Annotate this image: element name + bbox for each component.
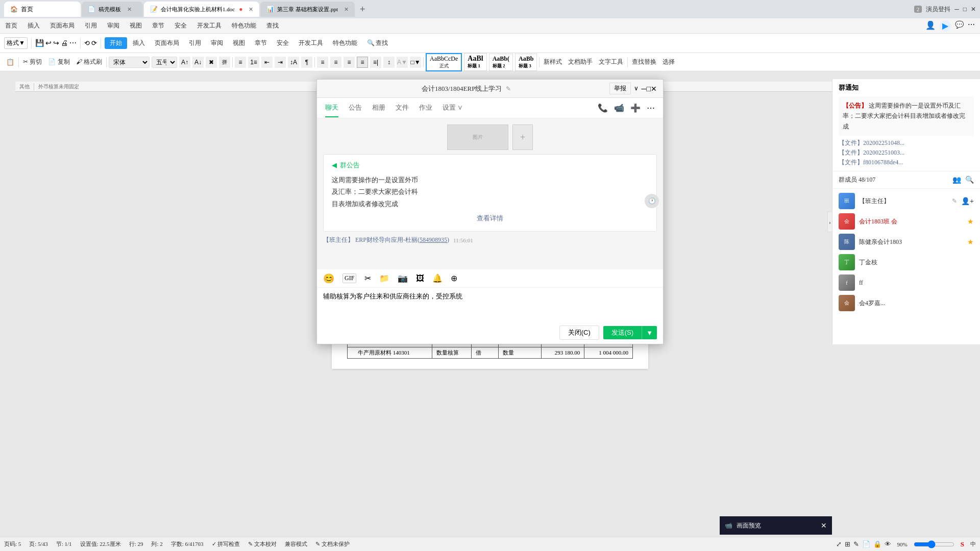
more-quick-icon[interactable]: ⋯: [69, 39, 77, 47]
chat-close-btn2[interactable]: ✕: [651, 85, 657, 93]
chat-nav-file[interactable]: 文件: [396, 99, 409, 117]
emoji-btn[interactable]: 😊: [323, 273, 334, 284]
file-item-2[interactable]: 【文件】202002251003...: [839, 148, 974, 157]
ribbon-insert-btn[interactable]: 插入: [129, 37, 149, 49]
num-list-btn[interactable]: 1≡: [248, 57, 259, 68]
ribbon-tab-layout[interactable]: 页面布局: [50, 21, 75, 30]
member-item[interactable]: 丁 丁金枝: [839, 254, 974, 270]
split-view-icon[interactable]: ⊞: [845, 540, 850, 548]
screenshot-icon[interactable]: 📷: [398, 273, 408, 283]
decrease-indent-btn[interactable]: ⇤: [261, 57, 273, 68]
new-tab-button[interactable]: +: [356, 4, 370, 15]
member-item[interactable]: 陈 陈健亲会计1803 ★: [839, 234, 974, 250]
tab-doc1[interactable]: 📝 会计电算化实验上机材料1.doc ● ✕: [144, 2, 259, 17]
align-center-btn[interactable]: ≡: [330, 57, 341, 68]
format-painter-btn[interactable]: 🖌 格式刷: [74, 57, 104, 67]
play-icon[interactable]: ▶: [940, 20, 951, 32]
ribbon-special-btn[interactable]: 特色功能: [329, 37, 361, 49]
chat-report-btn[interactable]: 举报: [609, 83, 631, 94]
ribbon-security-btn[interactable]: 安全: [273, 37, 293, 49]
align-left-btn[interactable]: ≡: [317, 57, 328, 68]
panel-toggle[interactable]: ›: [827, 212, 832, 232]
folder-icon[interactable]: 📁: [379, 273, 389, 283]
tab-doc1-close[interactable]: ✕: [249, 6, 253, 13]
gif-btn[interactable]: GIF: [342, 273, 356, 283]
style-heading2[interactable]: AaBb(标题 2: [489, 54, 513, 71]
show-hide-btn[interactable]: ¶: [301, 57, 312, 68]
chat-close-button[interactable]: 关闭(C): [559, 325, 599, 340]
ribbon-tab-insert[interactable]: 插入: [28, 21, 40, 30]
new-style-btn[interactable]: 新样式: [542, 57, 564, 67]
ribbon-tab-find[interactable]: 查找: [266, 21, 279, 30]
ribbon-view-btn[interactable]: 视图: [229, 37, 249, 49]
chat-nav-chat[interactable]: 聊天: [325, 99, 338, 117]
scissors-icon[interactable]: ✂: [364, 273, 371, 283]
find-replace-btn[interactable]: 查找替换: [630, 57, 658, 67]
status-compat[interactable]: 兼容模式: [285, 540, 307, 548]
style-heading1[interactable]: AaBl标题 1: [464, 53, 486, 71]
file-item-1[interactable]: 【文件】202002251048...: [839, 139, 974, 147]
chat-nav-album[interactable]: 相册: [372, 99, 385, 117]
text-tool-btn[interactable]: 文字工具: [597, 57, 625, 67]
style-heading3[interactable]: AaBb标题 3: [515, 54, 537, 71]
tab-template-close[interactable]: ✕: [127, 6, 132, 13]
undo2-icon[interactable]: ⟲: [84, 39, 90, 47]
font-increase-btn[interactable]: A↑: [179, 57, 190, 68]
save-icon[interactable]: 💾: [35, 39, 44, 47]
chat-send-dropdown[interactable]: ▼: [642, 326, 657, 339]
eye-icon[interactable]: 👁: [885, 540, 891, 548]
chat-more-icon[interactable]: ⋯: [647, 103, 655, 113]
status-spell[interactable]: ✓ 拼写检查: [212, 540, 240, 548]
redo2-icon[interactable]: ⟳: [91, 39, 97, 47]
doc-icon[interactable]: 📄: [862, 540, 870, 548]
browser-minimize[interactable]: ─: [954, 6, 959, 13]
tab-home[interactable]: 🏠 首页: [4, 2, 81, 17]
chat-image-add[interactable]: +: [512, 124, 533, 150]
sort-btn[interactable]: ↕A: [288, 57, 299, 68]
text-assistant-btn[interactable]: 文档助手: [566, 57, 595, 67]
increase-indent-btn[interactable]: ⇥: [275, 57, 286, 68]
ribbon-review-btn[interactable]: 审阅: [207, 37, 227, 49]
font-size-select[interactable]: 五号: [152, 57, 177, 68]
clear-format-btn[interactable]: ✖: [206, 57, 217, 68]
shading-btn[interactable]: A▼: [397, 57, 408, 68]
ribbon-tab-home[interactable]: 首页: [5, 21, 17, 30]
fullscreen-icon[interactable]: ⤢: [836, 540, 842, 548]
member-item[interactable]: f ff: [839, 274, 974, 291]
chat-phone-icon[interactable]: 📞: [598, 103, 608, 113]
file-item-3[interactable]: 【文件】f80106788de4...: [839, 158, 974, 167]
member-item[interactable]: 会 会4罗嘉...: [839, 295, 974, 311]
chat-nav-notice[interactable]: 公告: [349, 99, 362, 117]
print-icon[interactable]: 🖨: [61, 39, 68, 47]
ribbon-tab-devtools[interactable]: 开发工具: [197, 21, 222, 30]
ribbon-open-btn[interactable]: 开始: [105, 37, 127, 49]
style-normal[interactable]: AaBbCcDe正式: [426, 53, 462, 71]
member1-add-icon[interactable]: 👤+: [961, 197, 974, 206]
ribbon-find-btn[interactable]: 🔍查找: [363, 37, 392, 49]
ribbon-dev-btn[interactable]: 开发工具: [295, 37, 327, 49]
lock2-icon[interactable]: 🔒: [873, 540, 881, 548]
member-item[interactable]: 班 【班主任】 ✎ 👤+: [839, 193, 974, 209]
edit-icon[interactable]: ✎: [853, 540, 859, 548]
chat-maximize-btn[interactable]: □: [647, 85, 651, 93]
ribbon-tab-review[interactable]: 审阅: [107, 21, 119, 30]
ribbon-chapter-btn[interactable]: 章节: [251, 37, 271, 49]
justify-btn[interactable]: ≡: [357, 57, 368, 68]
notice-detail-link[interactable]: 查看详情: [477, 214, 503, 222]
pinyin-btn[interactable]: 拼: [219, 57, 230, 68]
tab-template[interactable]: 📄 稿壳模板 ✕: [82, 2, 143, 17]
chat-dropdown-icon[interactable]: ∨: [631, 85, 642, 92]
status-text-check[interactable]: ✎ 文本校对: [248, 540, 277, 548]
list-btn[interactable]: ≡: [235, 57, 246, 68]
chat-body[interactable]: 图片 + ◀ 群公告 这周需要操作的一是设置外币 及汇率；二要求大家把会计科 目…: [317, 118, 663, 269]
chat-video-icon[interactable]: 📹: [614, 103, 624, 113]
chat-edit-icon[interactable]: ✎: [506, 85, 511, 92]
zoom-slider[interactable]: [914, 541, 954, 548]
tab-ppt[interactable]: 📊 第三章 基础档案设置.ppt ✕: [260, 2, 355, 17]
image-icon[interactable]: 🖼: [416, 274, 424, 283]
member-item[interactable]: 会 会计1803班 会 ★: [839, 213, 974, 230]
line-space-btn[interactable]: ↕: [383, 57, 395, 68]
ribbon-tab-reference[interactable]: 引用: [85, 21, 97, 30]
browser-maximize[interactable]: □: [963, 6, 967, 13]
chat-scroll-time-btn[interactable]: 🕐: [645, 194, 659, 208]
